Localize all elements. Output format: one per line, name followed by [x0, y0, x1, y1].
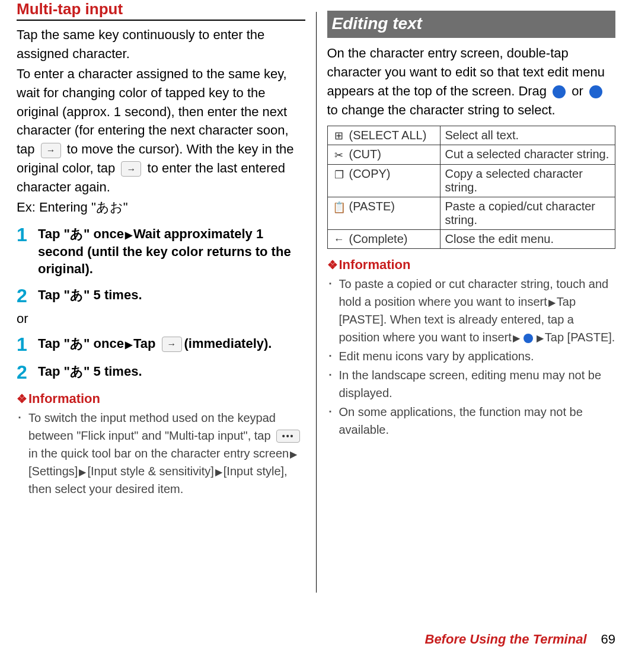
- triangle-icon: ▶: [537, 331, 544, 345]
- paste-icon: 📋: [333, 201, 346, 214]
- step-body: Tap "あ" 5 times.: [38, 363, 142, 383]
- bullet-icon: ･: [327, 366, 339, 402]
- desc: Cut a selected character string.: [440, 145, 615, 165]
- info-heading-text: Information: [339, 257, 411, 272]
- info-item: ･ Edit menu icons vary by applications.: [327, 347, 616, 365]
- triangle-icon: ▶: [125, 229, 132, 242]
- table-row: ✂(CUT) Cut a selected character string.: [327, 145, 615, 165]
- back-arrow-icon: ←: [333, 233, 346, 246]
- bullet-icon: ･: [17, 409, 28, 498]
- table-row: ←(Complete) Close the edit menu.: [327, 230, 615, 249]
- multi-tap-body: Tap the same key continuously to enter t…: [17, 25, 305, 217]
- step-body: Tap "あ" once▶Wait approximately 1 second…: [38, 225, 305, 278]
- info-item: ･ On some applications, the function may…: [327, 403, 616, 439]
- copy-icon: ❐: [333, 168, 346, 181]
- table-row: ⊞(SELECT ALL) Select all text.: [327, 126, 615, 145]
- label: (PASTE): [349, 200, 395, 213]
- footer-section: Before Using the Terminal: [425, 632, 587, 647]
- selection-handle-icon: [524, 334, 533, 343]
- t: in the quick tool bar on the character e…: [28, 447, 289, 460]
- info-text: In the landscape screen, editing menu ma…: [339, 366, 616, 402]
- arrow-right-icon: →: [121, 161, 141, 177]
- selection-handle-icon: [589, 85, 602, 98]
- information-heading: ❖Information: [327, 257, 616, 273]
- label: (SELECT ALL): [349, 129, 427, 142]
- step-number: 1: [17, 225, 38, 278]
- label: (Complete): [349, 232, 408, 245]
- arrow-right-icon: →: [41, 143, 61, 158]
- step-b1a: Tap "あ" once: [38, 336, 124, 351]
- info-text: Edit menu icons vary by applications.: [339, 347, 534, 365]
- bullet-icon: ･: [327, 403, 339, 439]
- page-footer: Before Using the Terminal 69: [0, 628, 632, 647]
- step-2: 2 Tap "あ" 5 times.: [17, 286, 305, 306]
- step-body: Tap "あ" 5 times.: [38, 286, 142, 306]
- page-number: 69: [601, 632, 615, 647]
- t: [Input style & sensitivity]: [87, 465, 213, 478]
- diamond-icon: ❖: [17, 392, 27, 405]
- para-1: Tap the same key continuously to enter t…: [17, 25, 305, 63]
- selection-handle-icon: [553, 85, 566, 98]
- triangle-icon: ▶: [125, 338, 132, 351]
- step-1a: Tap "あ" once: [38, 226, 124, 241]
- step-b1b: Tap: [133, 336, 155, 351]
- diamond-icon: ❖: [327, 258, 338, 271]
- label: (COPY): [349, 167, 391, 180]
- info-text: To switch the input method used on the k…: [28, 409, 305, 498]
- t: [Settings]: [28, 465, 78, 478]
- step-b2: 2 Tap "あ" 5 times.: [17, 363, 305, 383]
- step-1: 1 Tap "あ" once▶Wait approximately 1 seco…: [17, 225, 305, 278]
- triangle-icon: ▶: [513, 331, 520, 345]
- step-b1: 1 Tap "あ" once▶Tap →(immediately).: [17, 335, 305, 355]
- t: to change the character string to select…: [327, 103, 556, 117]
- info-list: ･ To switch the input method used on the…: [17, 409, 305, 498]
- info-item: ･ To switch the input method used on the…: [17, 409, 305, 498]
- information-heading: ❖Information: [17, 391, 305, 407]
- more-icon: •••: [276, 430, 300, 443]
- info-heading-text: Information: [28, 391, 100, 406]
- cut-icon: ✂: [333, 149, 346, 162]
- desc: Close the edit menu.: [440, 230, 615, 249]
- step-b1c: (immediately).: [184, 336, 272, 351]
- step-number: 2: [17, 363, 38, 383]
- bullet-icon: ･: [327, 275, 339, 346]
- para: On the character entry screen, double-ta…: [327, 44, 616, 120]
- para-2: To enter a character assigned to the sam…: [17, 65, 305, 197]
- triangle-icon: ▶: [215, 465, 222, 479]
- info-list: ･ To paste a copied or cut character str…: [327, 275, 616, 439]
- desc: Paste a copied/cut character string.: [440, 197, 615, 230]
- example-line: Ex: Entering "あお": [17, 198, 305, 217]
- t: Tap [PASTE].: [545, 331, 615, 344]
- table-row: ❐(COPY) Copy a selected character string…: [327, 165, 615, 197]
- info-item: ･ To paste a copied or cut character str…: [327, 275, 616, 346]
- arrow-right-icon: →: [162, 337, 182, 352]
- triangle-icon: ▶: [290, 447, 297, 462]
- editing-text-body: On the character entry screen, double-ta…: [327, 44, 616, 120]
- t: To switch the input method used on the k…: [28, 411, 276, 442]
- step-number: 1: [17, 335, 38, 355]
- or-label: or: [17, 311, 305, 327]
- step-number: 2: [17, 286, 38, 306]
- step-body: Tap "あ" once▶Tap →(immediately).: [38, 335, 272, 355]
- label: (CUT): [349, 148, 381, 161]
- select-all-icon: ⊞: [333, 129, 346, 142]
- desc: Copy a selected character string.: [440, 165, 615, 197]
- desc: Select all text.: [440, 126, 615, 145]
- editing-text-heading: Editing text: [327, 11, 616, 38]
- bullet-icon: ･: [327, 347, 339, 365]
- edit-menu-table: ⊞(SELECT ALL) Select all text. ✂(CUT) Cu…: [327, 126, 616, 249]
- info-text: On some applications, the function may n…: [339, 403, 616, 439]
- info-item: ･ In the landscape screen, editing menu …: [327, 366, 616, 402]
- table-row: 📋(PASTE) Paste a copied/cut character st…: [327, 197, 615, 230]
- multi-tap-heading: Multi-tap input: [17, 0, 305, 21]
- t: or: [572, 84, 587, 98]
- triangle-icon: ▶: [548, 296, 556, 310]
- info-text: To paste a copied or cut character strin…: [339, 275, 616, 346]
- triangle-icon: ▶: [79, 465, 86, 479]
